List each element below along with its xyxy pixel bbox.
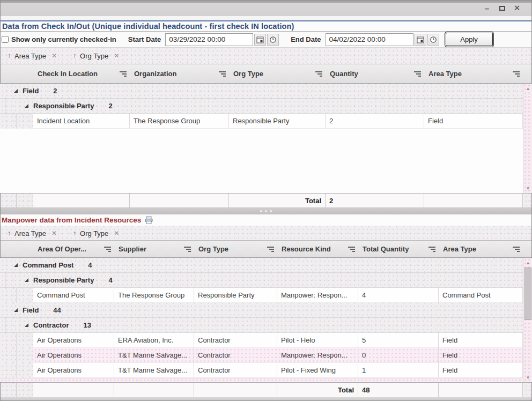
table-row[interactable]: Air Operations ERA Aviation, Inc. Contra… bbox=[0, 333, 523, 348]
chip-remove-icon[interactable]: ✕ bbox=[51, 229, 57, 237]
group-row-contractor[interactable]: Contractor 13 bbox=[0, 318, 523, 333]
column-header-supplier[interactable]: Supplier bbox=[114, 241, 194, 257]
cell-quantity: 2 bbox=[326, 114, 424, 129]
collapse-icon[interactable] bbox=[25, 323, 28, 327]
panel-splitter[interactable] bbox=[0, 208, 532, 214]
window-gap bbox=[0, 16, 532, 20]
filter-icon[interactable] bbox=[183, 247, 191, 252]
collapse-icon[interactable] bbox=[14, 263, 18, 267]
cell-supplier: T&T Marine Salvage... bbox=[114, 363, 194, 378]
group-indent bbox=[0, 273, 5, 287]
column-header-org-type[interactable]: Org Type bbox=[194, 241, 277, 257]
table-row[interactable]: Air Operations T&T Marine Salvage... Con… bbox=[0, 348, 523, 363]
total-value: 2 bbox=[326, 194, 424, 207]
column-header-check-in-location[interactable]: Check In Location bbox=[33, 64, 130, 83]
column-header-area-of-operations[interactable]: Area Of Oper... bbox=[33, 241, 114, 257]
group-row-field[interactable]: Field 44 bbox=[0, 303, 523, 318]
group-row-field[interactable]: Field 2 bbox=[0, 84, 523, 99]
total-label: Total bbox=[277, 383, 358, 397]
table-row[interactable]: Command Post The Response Group Responsi… bbox=[0, 288, 523, 303]
total-indent bbox=[0, 194, 17, 207]
close-button[interactable]: ✕ bbox=[509, 2, 524, 14]
group-row-command-post[interactable]: Command Post 4 bbox=[0, 258, 523, 273]
panel1-title-band: Data from Check In/Out (Unique individua… bbox=[0, 20, 532, 32]
cell-area-type: Field bbox=[439, 348, 523, 363]
panel1-vertical-scrollbar[interactable]: ▲ ▼ bbox=[523, 84, 532, 193]
groupby-chip-area-type[interactable]: ↑ Area Type ✕ bbox=[8, 229, 57, 237]
cell-area-type: Field bbox=[439, 333, 523, 348]
sort-asc-icon: ↑ bbox=[8, 52, 11, 60]
filter-icon[interactable] bbox=[315, 71, 322, 77]
chip-remove-icon[interactable]: ✕ bbox=[114, 52, 119, 60]
filter-icon[interactable] bbox=[413, 71, 421, 77]
print-button[interactable] bbox=[144, 216, 153, 225]
table-row[interactable]: Air Operations T&T Marine Salvage... Con… bbox=[0, 363, 523, 378]
start-date-calendar-button[interactable] bbox=[254, 34, 266, 46]
collapse-icon[interactable] bbox=[25, 278, 28, 282]
clock-icon bbox=[430, 36, 437, 43]
filter-icon[interactable] bbox=[104, 247, 111, 252]
end-date-input[interactable] bbox=[326, 33, 413, 46]
column-header-organization[interactable]: Organization bbox=[130, 64, 229, 83]
chip-remove-icon[interactable]: ✕ bbox=[114, 229, 119, 237]
panel1-grid-body: Field 2 Responsible Party 2 Incident Loc… bbox=[0, 84, 532, 193]
chip-label: Area Type bbox=[14, 229, 46, 237]
sort-asc-icon: ↑ bbox=[73, 229, 76, 237]
checked-in-checkbox[interactable] bbox=[2, 36, 9, 43]
group-indent bbox=[0, 99, 5, 113]
header-indent bbox=[0, 64, 33, 83]
column-header-quantity[interactable]: Quantity bbox=[326, 64, 424, 83]
column-header-org-type[interactable]: Org Type bbox=[229, 64, 326, 83]
cell-org-type: Contractor bbox=[194, 363, 277, 378]
cell-org-type: Contractor bbox=[194, 348, 277, 363]
scrollbar-thumb[interactable] bbox=[524, 268, 531, 320]
collapse-icon[interactable] bbox=[14, 89, 18, 93]
row-indent bbox=[0, 333, 17, 348]
table-row[interactable]: Incident Location The Response Group Res… bbox=[0, 114, 523, 129]
cell-check-in-location: Incident Location bbox=[33, 114, 130, 129]
filter-icon[interactable] bbox=[512, 71, 520, 77]
minimize-button[interactable]: – bbox=[479, 2, 494, 14]
cell-supplier: ERA Aviation, Inc. bbox=[114, 333, 194, 348]
group-row-responsible-party[interactable]: Responsible Party 2 bbox=[0, 99, 523, 114]
collapse-icon[interactable] bbox=[25, 104, 28, 108]
filter-icon[interactable] bbox=[119, 71, 127, 77]
column-header-area-type[interactable]: Area Type bbox=[439, 241, 523, 257]
cell-area-type: Command Post bbox=[439, 288, 523, 303]
filter-icon[interactable] bbox=[348, 247, 355, 252]
apply-button[interactable]: Apply bbox=[446, 33, 493, 46]
groupby-chip-org-type[interactable]: ↑ Org Type ✕ bbox=[73, 52, 119, 60]
filter-icon[interactable] bbox=[218, 71, 226, 77]
cell-area-of-operations: Air Operations bbox=[33, 363, 114, 378]
maximize-button[interactable] bbox=[494, 2, 509, 14]
chip-label: Org Type bbox=[80, 52, 108, 60]
row-indent bbox=[17, 114, 33, 129]
scroll-up-icon[interactable]: ▲ bbox=[523, 85, 532, 92]
scroll-down-icon[interactable]: ▼ bbox=[523, 374, 532, 381]
column-header-resource-kind[interactable]: Resource Kind bbox=[277, 241, 358, 257]
start-date-input[interactable] bbox=[165, 33, 253, 46]
filter-icon[interactable] bbox=[428, 247, 435, 252]
filter-icon[interactable] bbox=[512, 247, 520, 252]
groupby-chip-org-type[interactable]: ↑ Org Type ✕ bbox=[73, 229, 119, 237]
scroll-down-icon[interactable]: ▼ bbox=[523, 184, 532, 192]
row-indent bbox=[0, 288, 17, 303]
end-date-calendar-button[interactable] bbox=[415, 34, 426, 46]
start-date-time-button[interactable] bbox=[267, 34, 279, 46]
filter-icon[interactable] bbox=[267, 247, 274, 252]
column-header-total-quantity[interactable]: Total Quantity bbox=[358, 241, 439, 257]
panel2-vertical-scrollbar[interactable]: ▲ ▼ bbox=[523, 258, 532, 382]
groupby-chip-area-type[interactable]: ↑ Area Type ✕ bbox=[8, 52, 57, 60]
cell-resource-kind: Manpower: Respon... bbox=[277, 288, 358, 303]
cell-resource-kind: Pilot - Fixed Wing bbox=[277, 363, 358, 378]
sort-asc-icon: ↑ bbox=[73, 52, 76, 60]
collapse-icon[interactable] bbox=[14, 308, 18, 312]
chip-remove-icon[interactable]: ✕ bbox=[51, 52, 57, 60]
cell-org-type: Responsible Party bbox=[194, 288, 277, 303]
group-row-responsible-party[interactable]: Responsible Party 4 bbox=[0, 273, 523, 288]
column-header-area-type[interactable]: Area Type bbox=[424, 64, 523, 83]
scroll-up-icon[interactable]: ▲ bbox=[523, 259, 532, 266]
end-date-time-button[interactable] bbox=[427, 34, 439, 46]
cell-resource-kind: Pilot - Helo bbox=[277, 333, 358, 348]
cell-area-of-operations: Air Operations bbox=[33, 333, 114, 348]
